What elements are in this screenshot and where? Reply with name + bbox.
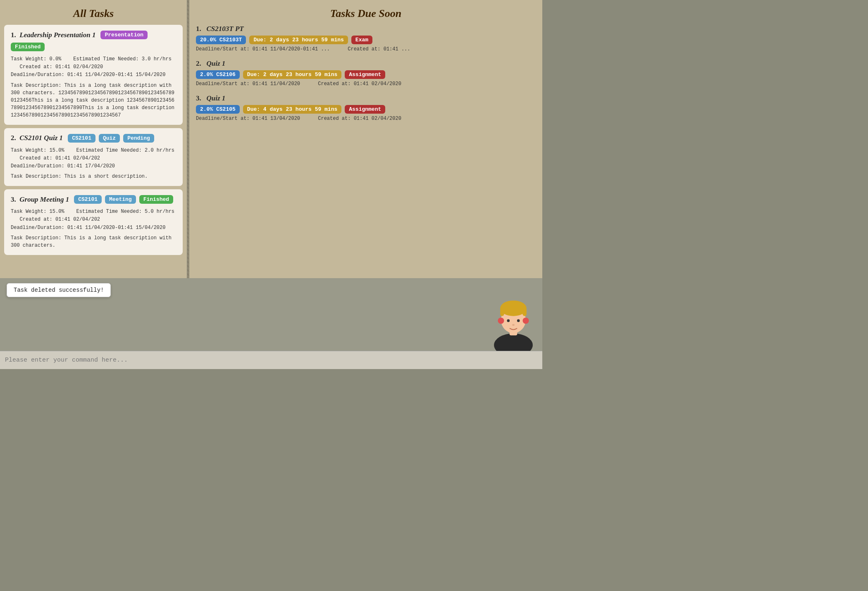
due-badge: Due: 2 days 23 hours 59 mins (249, 36, 348, 44)
task-meta: Task Weight: 0.0% Estimated Time Needed:… (11, 55, 176, 79)
svg-point-3 (500, 300, 527, 316)
svg-point-6 (507, 319, 510, 322)
task-title: 1. Leadership Presentation 1 (11, 31, 95, 39)
due-soon-item: 3. Quiz 1 2.0% CS2105Due: 4 days 23 hour… (196, 94, 536, 122)
task-badge: Meeting (105, 195, 136, 204)
due-soon-task-title: 2. Quiz 1 (196, 60, 536, 68)
due-badge: Due: 2 days 23 hours 59 mins (243, 70, 341, 79)
due-badge: 2.0% CS2106 (196, 70, 240, 79)
task-badge: Finished (11, 43, 45, 51)
due-badge: Exam (351, 36, 372, 44)
due-badge: Assignment (345, 105, 385, 114)
task-description: Task Description: This is a long task de… (11, 82, 176, 119)
command-input[interactable] (5, 357, 537, 364)
due-soon-item: 1. CS2103T PT 20.0% CS2103TDue: 2 days 2… (196, 25, 536, 52)
svg-rect-5 (523, 307, 527, 316)
task-card: 3. Group Meeting 1 CS2101MeetingFinished… (4, 189, 183, 255)
main-layout: All Tasks 1. Leadership Presentation 1 P… (0, 0, 542, 369)
task-header: 1. Leadership Presentation 1 Presentatio… (11, 31, 176, 51)
due-soon-badges: 2.0% CS2106Due: 2 days 23 hours 59 minsA… (196, 70, 536, 79)
svg-point-8 (512, 324, 515, 326)
task-meta: Task Weight: 15.0% Estimated Time Needed… (11, 147, 176, 171)
svg-point-9 (498, 317, 504, 324)
due-badge: 20.0% CS2103T (196, 36, 246, 44)
task-badge: Finished (139, 195, 173, 204)
toast-notification: Task deleted successfully! (7, 283, 111, 297)
task-meta: Task Weight: 15.0% Estimated Time Needed… (11, 208, 176, 232)
due-badge: Assignment (345, 70, 385, 79)
due-soon-title: Tasks Due Soon (196, 4, 536, 25)
due-soon-item: 2. Quiz 1 2.0% CS2106Due: 2 days 23 hour… (196, 60, 536, 87)
task-badge: Quiz (99, 134, 120, 143)
svg-point-0 (494, 334, 533, 351)
due-badge: Due: 4 days 23 hours 59 mins (243, 105, 341, 114)
svg-point-7 (517, 319, 520, 322)
due-soon-task-title: 1. CS2103T PT (196, 25, 536, 33)
task-card: 1. Leadership Presentation 1 Presentatio… (4, 25, 183, 125)
task-description: Task Description: This is a long task de… (11, 234, 176, 249)
due-soon-meta: Deadline/Start at: 01:41 11/04/2020 Crea… (196, 81, 536, 87)
task-title: 3. Group Meeting 1 (11, 195, 69, 204)
task-header: 2. CS2101 Quiz 1 CS2101QuizPending (11, 134, 176, 143)
due-soon-meta: Deadline/Start at: 01:41 11/04/2020-01:4… (196, 46, 536, 52)
task-badge: CS2101 (74, 195, 102, 204)
due-badge: 2.0% CS2105 (196, 105, 240, 114)
task-badge: Presentation (100, 31, 148, 39)
avatar-icon (486, 289, 540, 351)
due-soon-badges: 2.0% CS2105Due: 4 days 23 hours 59 minsA… (196, 105, 536, 114)
all-tasks-title: All Tasks (4, 4, 183, 25)
top-panels: All Tasks 1. Leadership Presentation 1 P… (0, 0, 542, 278)
all-tasks-scroll[interactable]: 1. Leadership Presentation 1 Presentatio… (4, 25, 183, 274)
due-soon-meta: Deadline/Start at: 01:41 13/04/2020 Crea… (196, 116, 536, 122)
task-card: 2. CS2101 Quiz 1 CS2101QuizPending Task … (4, 128, 183, 186)
svg-rect-4 (500, 307, 504, 316)
task-badge: Pending (123, 134, 154, 143)
chat-area: Task deleted successfully! (0, 278, 542, 351)
due-soon-list: 1. CS2103T PT 20.0% CS2103TDue: 2 days 2… (196, 25, 536, 129)
panel-divider (188, 0, 188, 278)
due-soon-panel: Tasks Due Soon 1. CS2103T PT 20.0% CS210… (189, 0, 542, 278)
due-soon-badges: 20.0% CS2103TDue: 2 days 23 hours 59 min… (196, 36, 536, 44)
all-tasks-panel: All Tasks 1. Leadership Presentation 1 P… (0, 0, 187, 278)
task-title: 2. CS2101 Quiz 1 (11, 134, 63, 142)
task-description: Task Description: This is a short descri… (11, 173, 176, 180)
command-input-bar[interactable] (0, 351, 542, 369)
task-header: 3. Group Meeting 1 CS2101MeetingFinished (11, 195, 176, 204)
svg-point-10 (523, 317, 529, 324)
bottom-area: Task deleted successfully! (0, 278, 542, 369)
avatar-container (484, 285, 542, 351)
due-soon-task-title: 3. Quiz 1 (196, 94, 536, 102)
task-badge: CS2101 (68, 134, 95, 143)
